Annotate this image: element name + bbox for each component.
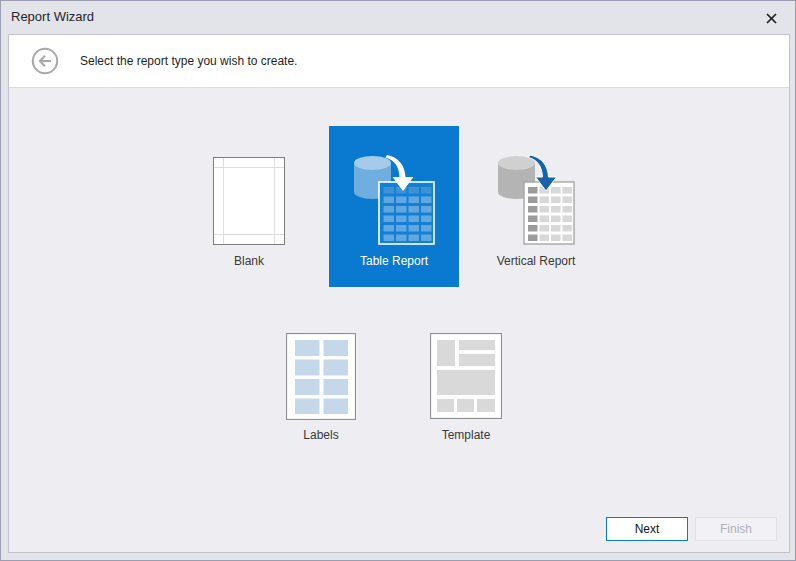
report-type-labels[interactable]: Labels: [271, 331, 371, 461]
report-type-vertical[interactable]: Vertical Report: [471, 126, 601, 287]
close-icon: [765, 12, 778, 25]
template-page-icon: [430, 333, 502, 419]
report-type-label: Template: [416, 428, 516, 442]
report-type-blank[interactable]: Blank: [184, 126, 314, 287]
report-type-label: Labels: [271, 428, 371, 442]
table-report-icon: [354, 154, 436, 246]
report-type-template[interactable]: Template: [416, 331, 516, 461]
report-type-table[interactable]: Table Report: [329, 126, 459, 287]
report-type-label: Vertical Report: [471, 254, 601, 268]
wizard-instruction: Select the report type you wish to creat…: [80, 35, 297, 88]
report-type-label: Table Report: [329, 254, 459, 268]
titlebar: Report Wizard: [1, 1, 795, 34]
vertical-report-icon: [498, 154, 578, 246]
finish-button[interactable]: Finish: [695, 517, 777, 541]
back-button[interactable]: [31, 47, 59, 75]
wizard-header: Select the report type you wish to creat…: [9, 35, 789, 88]
blank-page-icon: [213, 157, 285, 245]
report-wizard-dialog: Report Wizard Select the report type you…: [0, 0, 796, 561]
window-title: Report Wizard: [11, 9, 94, 24]
labels-page-icon: [286, 333, 356, 420]
back-arrow-icon: [31, 47, 59, 75]
wizard-panel: Select the report type you wish to creat…: [8, 34, 790, 553]
report-type-label: Blank: [184, 254, 314, 268]
next-button[interactable]: Next: [606, 517, 688, 541]
close-button[interactable]: [765, 12, 778, 25]
